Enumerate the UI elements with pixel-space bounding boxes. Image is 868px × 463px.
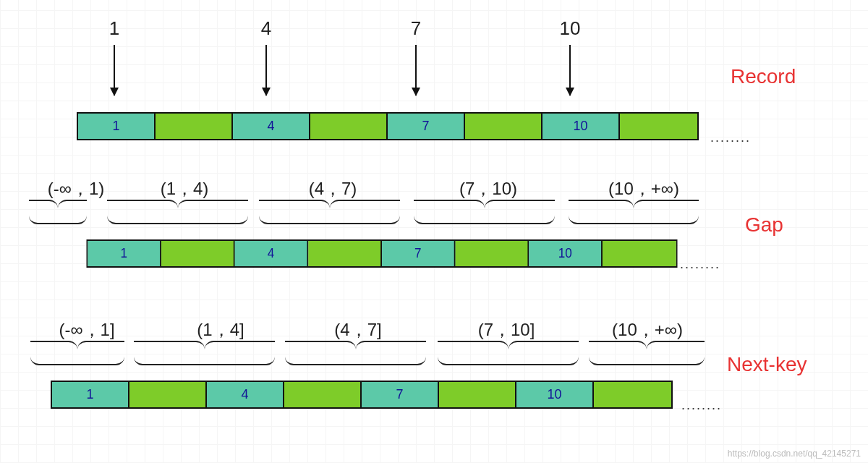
gap-cell: 7 [382, 241, 456, 266]
gap-cell [308, 241, 382, 266]
record-index-4: 4 [244, 17, 288, 40]
ellipsis: ........ [710, 130, 751, 145]
brace [414, 208, 555, 224]
brace [285, 349, 426, 365]
ellipsis: ........ [680, 257, 720, 272]
brace [259, 208, 400, 224]
watermark: https://blog.csdn.net/qq_42145271 [728, 449, 861, 459]
record-cell [310, 114, 388, 139]
gap-interval: (-∞，1) [48, 177, 104, 200]
gap-interval: (7，10) [459, 177, 517, 200]
gap-interval: (4，7) [309, 177, 357, 200]
nextkey-interval: (7，10] [478, 318, 535, 341]
row-label-record: Record [731, 65, 796, 88]
brace [589, 349, 705, 365]
nextkey-bar: 1 4 7 10 [51, 381, 673, 409]
nextkey-interval: (1，4] [197, 318, 244, 341]
nextkey-cell [284, 382, 362, 407]
gap-cell: 1 [88, 241, 161, 266]
brace [438, 349, 579, 365]
gap-interval: (10，+∞) [608, 177, 679, 200]
record-index-7: 7 [394, 17, 438, 40]
arrow-7 [415, 45, 417, 95]
record-cell: 7 [388, 114, 465, 139]
nextkey-cell: 10 [516, 382, 594, 407]
nextkey-cell: 4 [207, 382, 284, 407]
brace [29, 208, 87, 224]
arrow-4 [265, 45, 267, 95]
arrow-1 [114, 45, 115, 95]
nextkey-cell: 1 [52, 382, 129, 407]
brace [107, 208, 248, 224]
nextkey-cell: 7 [362, 382, 439, 407]
brace [134, 349, 275, 365]
record-cell [465, 114, 542, 139]
row-label-gap: Gap [745, 213, 783, 237]
nextkey-cell [129, 382, 207, 407]
ellipsis: ........ [681, 398, 722, 413]
record-bar: 1 4 7 10 [77, 112, 699, 140]
brace [30, 349, 124, 365]
row-label-nextkey: Next-key [727, 353, 807, 376]
nextkey-interval: (10，+∞) [612, 318, 683, 341]
gap-cell: 4 [235, 241, 309, 266]
gap-cell [456, 241, 529, 266]
nextkey-interval: (4，7] [334, 318, 381, 341]
record-cell: 4 [233, 114, 310, 139]
nextkey-cell [594, 382, 671, 407]
record-cell [620, 114, 697, 139]
nextkey-cell [439, 382, 516, 407]
arrow-10 [569, 45, 571, 95]
record-index-1: 1 [93, 17, 136, 40]
gap-cell: 10 [529, 241, 603, 266]
gap-interval: (1，4) [161, 177, 209, 200]
gap-bar: 1 4 7 10 [87, 239, 678, 268]
brace [569, 208, 699, 224]
gap-cell [161, 241, 235, 266]
record-cell: 10 [542, 114, 620, 139]
record-cell [156, 114, 233, 139]
gap-cell [603, 241, 676, 266]
record-cell: 1 [78, 114, 156, 139]
record-index-10: 10 [548, 17, 592, 40]
nextkey-interval: (-∞，1] [59, 318, 114, 341]
